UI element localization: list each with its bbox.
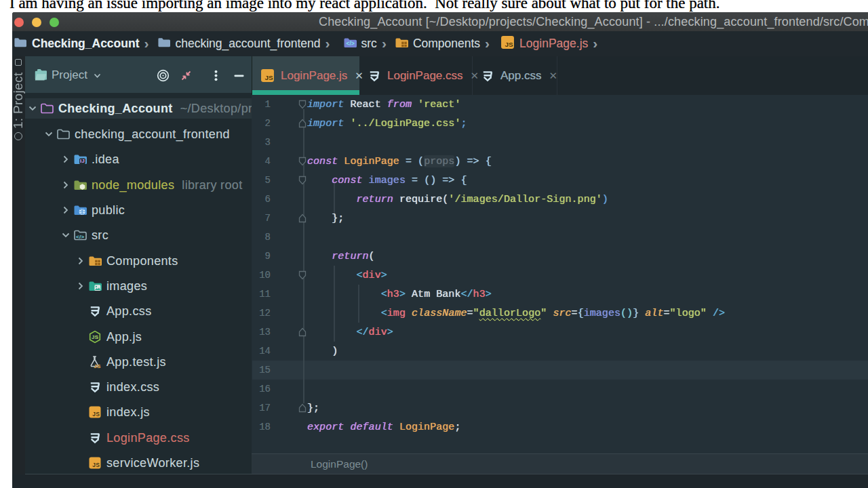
svg-text:</>: </>	[346, 40, 354, 47]
svg-text:JS: JS	[264, 74, 273, 81]
svg-text:JS: JS	[92, 462, 100, 468]
svg-text:JS: JS	[92, 411, 100, 418]
svg-text:JS: JS	[92, 334, 99, 340]
svg-text:IJ: IJ	[80, 158, 85, 164]
svg-text:JS: JS	[505, 41, 514, 48]
svg-text:JS: JS	[94, 363, 101, 369]
svg-text:</>: </>	[76, 234, 85, 240]
